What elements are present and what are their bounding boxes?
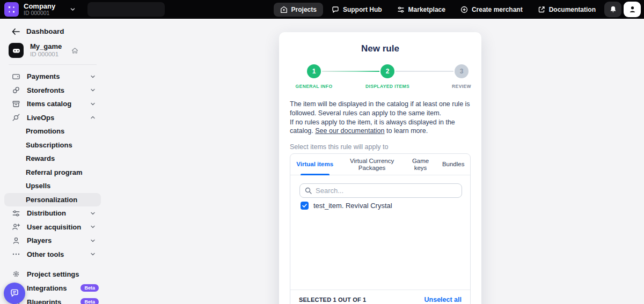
item-checkbox[interactable] [301,202,309,210]
documentation-icon [538,6,545,13]
project-meta: My_game ID 000001 [30,43,62,58]
nav-create-merchant-label: Create merchant [472,6,523,13]
sidebar-item-label: Items catalog [27,100,71,108]
chevron-down-icon [90,238,96,243]
payments-icon [12,72,20,81]
items-selector: Virtual items Virtual Currency Packages … [290,153,471,304]
sidebar-item-promotions[interactable]: Promotions [4,124,101,138]
back-label: Dashboard [26,27,64,35]
profile-button[interactable] [624,2,641,17]
storefronts-icon [12,86,20,94]
chat-icon [9,288,20,299]
sidebar-item-label: Other tools [27,250,64,258]
home-icon[interactable] [71,47,78,54]
chat-launcher-button[interactable] [4,283,25,304]
step-2-circle[interactable]: 2 [380,64,394,78]
distribution-icon [12,209,20,218]
modal-description: The item will be displayed in the catalo… [290,100,472,136]
sidebar-item-personalization[interactable]: Personalization [4,193,101,207]
sidebar-item-payments[interactable]: Payments [4,70,101,84]
documentation-link[interactable]: See our documentation [315,127,384,135]
unselect-all-link[interactable]: Unselect all [425,296,462,303]
company-id: ID 000001 [24,10,55,16]
selected-count: SELECTED 1 OUT OF 1 [299,296,366,303]
sidebar-item-distribution[interactable]: Distribution [4,206,101,220]
tab-label: Game keys [406,158,436,172]
sidebar-nav: Payments Storefronts Items catalog LiveO… [0,70,105,304]
company-info: Company ID 000001 [24,3,55,16]
step-number: 2 [386,68,390,75]
sidebar-item-project-settings[interactable]: Project settings [4,267,101,281]
sidebar-divider [9,64,97,65]
chevron-down-icon [90,211,96,216]
sidebar-item-label: Storefronts [27,86,64,94]
item-row[interactable]: test_item. Revival Crystal [301,202,392,210]
chevron-down-icon [90,224,96,229]
bell-icon [609,5,617,13]
step-1-label: GENERAL INFO [296,84,333,89]
company-logo-glyph [7,5,16,14]
step-1-circle[interactable]: 1 [307,64,321,78]
gamepad-icon [12,46,21,55]
nav-marketplace-label: Marketplace [408,6,445,13]
nav-create-merchant-button[interactable]: Create merchant [454,3,529,17]
liveops-icon [12,113,20,122]
nav-support-hub-button[interactable]: Support Hub [325,3,389,17]
sidebar-item-upsells[interactable]: Upsells [4,179,101,193]
selection-footer: SELECTED 1 OUT OF 1 Unselect all [290,290,470,304]
beta-badge: Beta [80,284,99,292]
sidebar-item-label: User acquisition [27,223,81,231]
tab-virtual-currency-packages[interactable]: Virtual Currency Packages [339,154,404,175]
company-switcher[interactable]: Company ID 000001 [0,2,76,17]
chevron-down-icon[interactable] [70,6,76,12]
user-icon [628,5,636,13]
sidebar-item-rewards[interactable]: Rewards [4,152,101,166]
sidebar-item-items-catalog[interactable]: Items catalog [4,97,101,111]
project-row[interactable]: My_game ID 000001 [9,43,97,58]
create-merchant-icon [460,6,468,13]
nav-documentation-button[interactable]: Documentation [531,3,602,17]
step-number: 3 [460,68,464,75]
tab-game-keys[interactable]: Game keys [405,154,437,175]
items-catalog-icon [12,100,20,108]
tab-bundles[interactable]: Bundles [436,154,470,175]
sidebar-item-label: LiveOps [27,114,54,122]
chevron-down-icon [90,101,96,107]
chevron-down-icon [90,251,96,257]
sidebar-item-referral-program[interactable]: Referral program [4,166,101,180]
project-id: ID 000001 [30,51,62,58]
item-type-tabs: Virtual items Virtual Currency Packages … [290,154,470,175]
search-input[interactable] [316,187,457,195]
beta-badge: Beta [80,298,99,304]
topbar-placeholder [87,2,165,17]
nav-documentation-label: Documentation [549,6,596,13]
step-number: 1 [312,68,316,75]
marketplace-icon [397,6,405,13]
project-avatar [9,43,24,58]
sidebar-item-user-acquisition[interactable]: User acquisition [4,220,101,234]
chevron-down-icon [90,87,96,93]
tab-label: Virtual Currency Packages [340,158,403,172]
chevron-down-icon [90,74,96,79]
check-icon [302,203,308,209]
step-2-label: DISPLAYED ITEMS [365,84,409,89]
notifications-button[interactable] [604,2,621,17]
sidebar-item-label: Rewards [26,154,55,162]
sidebar-item-other-tools[interactable]: Other tools [4,248,101,262]
sidebar-item-label: Referral program [26,168,82,176]
topbar: Company ID 000001 Projects Support Hub M… [0,0,644,19]
sidebar-item-label: Promotions [26,127,64,135]
sidebar-item-players[interactable]: Players [4,234,101,248]
sidebar-gap [0,261,105,267]
sidebar-item-storefronts[interactable]: Storefronts [4,84,101,98]
project-name: My_game [30,43,62,51]
nav-projects-button[interactable]: Projects [274,3,323,17]
nav-marketplace-button[interactable]: Marketplace [391,3,452,17]
projects-icon [280,6,288,13]
sidebar-item-liveops[interactable]: LiveOps [4,111,101,125]
sidebar-item-subscriptions[interactable]: Subscriptions [4,138,101,152]
tab-virtual-items[interactable]: Virtual items [290,154,339,175]
stepper-connector-1 [322,71,379,72]
players-icon [12,236,20,245]
back-to-dashboard[interactable]: Dashboard [0,19,105,35]
